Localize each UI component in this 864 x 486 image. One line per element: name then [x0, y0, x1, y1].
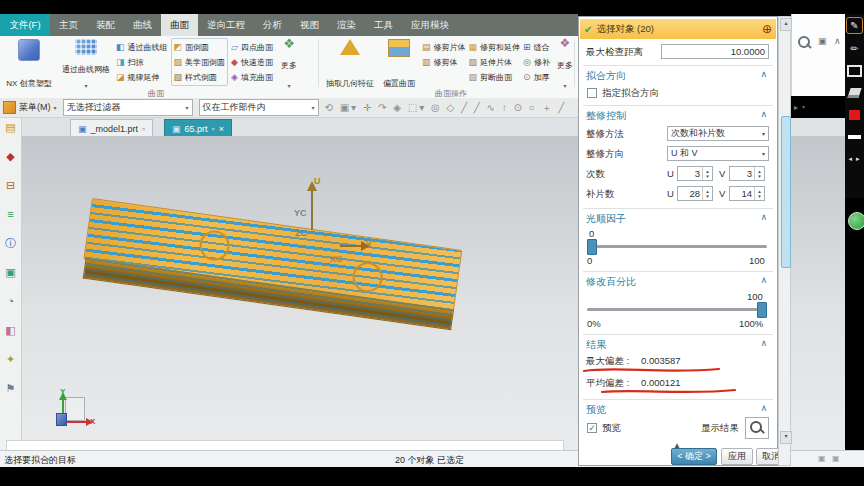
collapse-chevron-icon[interactable]: ∧ — [760, 275, 767, 285]
sweep-button[interactable]: ◨ 扫掠 — [116, 55, 168, 69]
specify-fit-direction-checkbox[interactable] — [587, 88, 597, 98]
process-studio-icon[interactable]: ◧ — [5, 324, 15, 336]
break-surface-button[interactable]: ▨ 剪断曲面 — [469, 70, 521, 84]
spinner-arrows-icon[interactable]: ▴▾ — [754, 167, 764, 180]
modify-percent-slider-handle[interactable] — [757, 302, 767, 318]
tab-home[interactable]: 主页 — [50, 14, 87, 36]
tab-reverse-engineering[interactable]: 逆向工程 — [198, 14, 254, 36]
ok-button[interactable]: < 确定 > — [671, 448, 717, 465]
surface-more-button[interactable]: ❖ 更多 ▾ — [276, 38, 302, 89]
preview-checkbox-checked[interactable]: ✓ — [587, 423, 597, 433]
pencil-tool-selected[interactable]: ✎ — [846, 17, 863, 34]
show-result-button[interactable] — [745, 417, 769, 439]
thicken-button[interactable]: ⊙ 加厚 — [523, 70, 550, 84]
dialog-scrollbar[interactable]: ▴ ▾ — [778, 16, 791, 466]
history-icon[interactable]: ◔ — [7, 295, 14, 307]
max-check-distance-input[interactable]: 10.0000 — [661, 44, 769, 59]
system-scenes-icon[interactable]: ⚑ — [6, 382, 16, 394]
tab-render[interactable]: 渲染 — [328, 14, 365, 36]
line-thickness-tool[interactable] — [847, 129, 862, 144]
minimize-ribbon-chevron-icon[interactable]: ∧ — [834, 36, 841, 46]
internet-explorer-icon[interactable]: ⓘ — [5, 237, 16, 249]
collapse-chevron-icon[interactable]: ∧ — [760, 338, 767, 348]
fill-surface-button[interactable]: ◈ 填充曲面 — [231, 70, 273, 84]
nx-realize-shape-button[interactable]: NX 创意塑型 — [2, 38, 56, 89]
extract-geometry-button[interactable]: 抽取几何特征 — [324, 38, 376, 89]
spinner-arrows-icon[interactable]: ▴▾ — [754, 187, 764, 200]
hd3d-tools-icon[interactable]: ▣ — [5, 266, 15, 278]
highlighter-tool[interactable]: ✏ — [847, 41, 862, 56]
status-mini-icon[interactable]: ▣ — [832, 454, 840, 463]
styled-blend-button[interactable]: ▧ 样式倒圆 — [174, 70, 226, 84]
refine-control-section-header[interactable]: 整修控制 — [586, 109, 626, 123]
preview-section-header[interactable]: 预览 — [586, 403, 606, 417]
assembly-navigator-icon[interactable]: ▤ — [5, 121, 15, 133]
collapse-chevron-icon[interactable]: ∧ — [760, 109, 767, 119]
through-curves-button[interactable]: ◧ 通过曲线组 — [116, 40, 168, 54]
tab-view[interactable]: 视图 — [291, 14, 328, 36]
extend-sheet-button[interactable]: ▧ 延伸片体 — [469, 55, 521, 69]
law-extension-button[interactable]: ◪ 规律延伸 — [116, 70, 168, 84]
status-mini-icon[interactable]: ▣ — [818, 454, 826, 463]
aesthetic-face-blend-button[interactable]: ▨ 美学面倒圆 — [174, 55, 226, 69]
patches-u-spinner[interactable]: 28 ▴▾ — [677, 186, 713, 201]
trim-sheet-button[interactable]: ▤ 修剪片体 — [422, 40, 466, 54]
tab-assembly[interactable]: 装配 — [87, 14, 124, 36]
results-section-header[interactable]: 结果 — [586, 338, 606, 352]
rectangle-tool[interactable] — [847, 63, 862, 78]
part-navigator-icon[interactable]: ⊟ — [6, 179, 15, 191]
face-blend-button[interactable]: ◩ 面倒圆 — [174, 40, 226, 54]
color-swatch-red[interactable] — [847, 107, 862, 122]
menu-button[interactable]: 菜单(M) ▾ — [3, 101, 57, 114]
selection-scope-combo[interactable]: 仅在工作部件内 ▾ — [199, 99, 319, 116]
toolbar-pager[interactable]: ◂ ▸ — [847, 151, 862, 166]
offset-surface-button[interactable]: 偏置曲面 — [379, 38, 419, 89]
spinner-arrows-icon[interactable]: ▴▾ — [702, 187, 712, 200]
close-tab-icon[interactable]: × — [219, 124, 224, 134]
collapse-chevron-icon[interactable]: ∧ — [760, 69, 767, 79]
refine-method-select[interactable]: 次数和补片数 ▾ — [667, 126, 769, 141]
snap-point-toolbar-icons[interactable]: ⟲ ▣▾ ✛ ↷ ◈ ⬚▾ ◎ ◇ ╱ ╱ ∿ ↑ ⊙ ○ ＋ ╱ — [325, 101, 567, 115]
selection-filter-combo[interactable]: 无选择过滤器 ▾ — [63, 99, 193, 116]
select-object-row[interactable]: ✔ 选择对象 (20) ⊕ — [580, 19, 776, 39]
tab-curve[interactable]: 曲线 — [124, 14, 161, 36]
refine-direction-select[interactable]: U 和 V ▾ — [667, 146, 769, 161]
degree-u-spinner[interactable]: 3 ▴▾ — [677, 166, 713, 181]
tab-analysis[interactable]: 分析 — [254, 14, 291, 36]
dropdown-arrow-icon[interactable]: ▾ — [802, 104, 805, 110]
nav-arrow-icon[interactable]: ▸ — [794, 103, 798, 112]
smooth-factor-section-header[interactable]: 光顺因子 — [586, 212, 626, 226]
reuse-library-icon[interactable]: ≡ — [7, 208, 13, 220]
smooth-factor-slider-handle[interactable] — [587, 239, 597, 255]
scrollbar-down-button[interactable]: ▾ — [780, 431, 792, 444]
tab-tools[interactable]: 工具 — [365, 14, 402, 36]
patches-v-spinner[interactable]: 14 ▴▾ — [729, 186, 765, 201]
trim-body-button[interactable]: ▥ 修剪体 — [422, 55, 466, 69]
four-point-surface-button[interactable]: ▱ 四点曲面 — [231, 40, 273, 54]
spinner-arrows-icon[interactable]: ▴▾ — [702, 167, 712, 180]
scrollbar-up-button[interactable]: ▴ — [780, 18, 792, 31]
collapse-chevron-icon[interactable]: ∧ — [760, 212, 767, 222]
fitted-surface-model[interactable] — [80, 198, 460, 335]
modify-percent-slider[interactable] — [587, 308, 767, 311]
degree-v-spinner[interactable]: 3 ▴▾ — [729, 166, 765, 181]
recorder-float-button[interactable] — [848, 212, 864, 230]
window-icon[interactable]: ▣ — [818, 36, 827, 46]
constraint-navigator-icon[interactable]: ◆ — [6, 150, 14, 162]
roles-icon[interactable]: ✦ — [6, 353, 15, 365]
scrollbar-thumb[interactable] — [781, 116, 791, 268]
patch-button[interactable]: ◎ 修补 — [523, 55, 550, 69]
trim-and-extend-button[interactable]: ▦ 修剪和延伸 — [469, 40, 521, 54]
tab-surface-active[interactable]: 曲面 — [161, 14, 198, 36]
file-menu-button[interactable]: 文件(F) — [0, 14, 50, 36]
through-curve-mesh-button[interactable]: 通过曲线网格 ▾ — [59, 38, 113, 89]
tab-application-modules[interactable]: 应用模块 — [402, 14, 458, 36]
eraser-tool[interactable] — [847, 85, 862, 100]
fit-direction-section-header[interactable]: 拟合方向 — [586, 69, 626, 83]
rapid-surface-button[interactable]: ◆ 快速造面 — [231, 55, 273, 69]
collapse-chevron-icon[interactable]: ∧ — [760, 403, 767, 413]
smooth-factor-slider[interactable] — [587, 245, 767, 248]
modify-percent-section-header[interactable]: 修改百分比 — [586, 275, 636, 289]
apply-button[interactable]: 应用 — [721, 448, 753, 465]
sew-button[interactable]: ⊞ 缝合 — [523, 40, 550, 54]
